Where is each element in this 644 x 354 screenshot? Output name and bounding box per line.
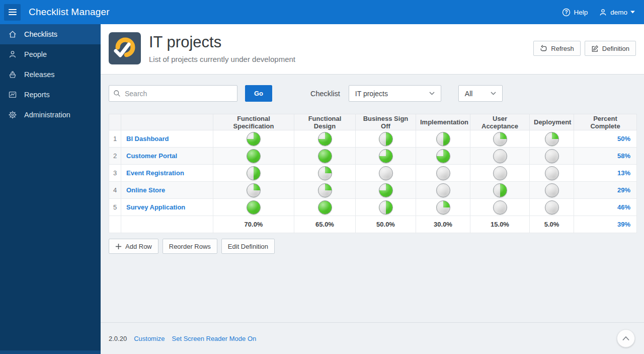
progress-pie[interactable] <box>436 149 450 163</box>
summary-value: 50.0% <box>356 216 416 233</box>
sidebar-item-releases[interactable]: Releases <box>0 64 101 85</box>
sidebar-navigation: Checklists People Releases Reports <box>0 24 101 354</box>
sidebar-item-reports[interactable]: Reports <box>0 85 101 105</box>
gear-icon <box>8 110 17 119</box>
progress-pie[interactable] <box>493 149 507 163</box>
column-header-functional-specification[interactable]: Functional Specification <box>213 114 294 130</box>
edit-icon <box>591 45 599 52</box>
row-number: 5 <box>109 199 121 216</box>
progress-pie[interactable] <box>436 132 450 146</box>
progress-pie[interactable] <box>379 200 393 215</box>
progress-pie[interactable] <box>247 200 261 215</box>
project-link[interactable]: Customer Portal <box>126 152 177 160</box>
table-row: 1 BI Dashboard 50% <box>109 130 637 148</box>
add-row-label: Add Row <box>125 243 152 250</box>
sidebar-item-label: Checklists <box>24 30 57 38</box>
progress-pie[interactable] <box>545 132 559 146</box>
project-link[interactable]: BI Dashboard <box>126 135 169 143</box>
percent-complete-link[interactable]: 13% <box>617 169 630 177</box>
sidebar-item-label: Administration <box>24 111 70 119</box>
sidebar-item-checklists[interactable]: Checklists <box>0 24 101 44</box>
progress-pie[interactable] <box>379 183 393 197</box>
refresh-icon <box>540 45 547 52</box>
project-link[interactable]: Online Store <box>126 186 165 194</box>
home-icon <box>8 30 17 39</box>
person-icon <box>8 50 17 59</box>
column-header-functional-design[interactable]: Functional Design <box>294 114 356 130</box>
go-button[interactable]: Go <box>245 85 272 102</box>
screen-reader-mode-link[interactable]: Set Screen Reader Mode On <box>172 335 257 342</box>
status-select-value: All <box>465 90 486 98</box>
project-link[interactable]: Survey Application <box>126 203 185 211</box>
percent-complete-link[interactable]: 29% <box>617 186 630 194</box>
definition-label: Definition <box>602 45 629 52</box>
hamburger-menu-button[interactable] <box>4 4 21 21</box>
percent-complete-link[interactable]: 50% <box>617 135 630 143</box>
percent-complete-link[interactable]: 46% <box>617 203 630 211</box>
ship-icon <box>8 70 17 79</box>
reorder-rows-label: Reorder Rows <box>169 243 211 250</box>
checkmark-badge-icon <box>109 32 141 64</box>
status-select[interactable]: All <box>458 85 503 102</box>
edit-definition-label: Edit Definition <box>228 243 268 250</box>
progress-pie[interactable] <box>493 183 507 197</box>
progress-pie[interactable] <box>318 132 332 146</box>
progress-pie[interactable] <box>493 166 507 180</box>
column-header-business-sign-off[interactable]: Business Sign Off <box>356 114 416 130</box>
customize-link[interactable]: Customize <box>134 335 165 342</box>
progress-pie[interactable] <box>247 166 261 180</box>
progress-pie[interactable] <box>379 132 393 146</box>
reorder-rows-button[interactable]: Reorder Rows <box>163 239 217 254</box>
progress-pie[interactable] <box>379 166 393 180</box>
progress-pie[interactable] <box>436 200 450 215</box>
progress-pie[interactable] <box>318 183 332 197</box>
column-header-deployment[interactable]: Deployment <box>530 114 574 130</box>
table-row: 4 Online Store 29% <box>109 182 637 199</box>
sidebar-item-administration[interactable]: Administration <box>0 105 101 125</box>
percent-complete-link[interactable]: 58% <box>617 152 630 160</box>
progress-pie[interactable] <box>318 166 332 180</box>
summary-value: 5.0% <box>530 216 574 233</box>
column-header-implementation[interactable]: Implementation <box>416 114 470 130</box>
progress-pie[interactable] <box>493 132 507 146</box>
sidebar-item-label: Releases <box>24 70 54 79</box>
refresh-button[interactable]: Refresh <box>533 41 581 56</box>
user-menu[interactable]: demo <box>599 8 635 17</box>
search-input[interactable] <box>109 85 237 102</box>
progress-pie[interactable] <box>318 149 332 163</box>
summary-value: 30.0% <box>416 216 470 233</box>
column-header-percent-complete[interactable]: Percent Complete <box>574 114 637 130</box>
progress-pie[interactable] <box>436 166 450 180</box>
progress-pie[interactable] <box>545 183 559 197</box>
person-icon <box>599 8 607 17</box>
help-menu[interactable]: ? Help <box>562 8 588 17</box>
search-icon <box>113 90 121 97</box>
progress-pie[interactable] <box>247 183 261 197</box>
row-number: 4 <box>109 182 121 199</box>
summary-row: 70.0% 65.0% 50.0% 30.0% 15.0% 5.0% 39% <box>109 216 637 233</box>
column-header-name <box>121 114 213 130</box>
definition-button[interactable]: Definition <box>585 41 636 56</box>
project-link[interactable]: Event Registration <box>126 169 184 177</box>
checklist-select[interactable]: IT projects <box>349 85 441 102</box>
table-row: 2 Customer Portal 58% <box>109 148 637 165</box>
add-row-button[interactable]: Add Row <box>109 239 158 254</box>
checklist-filter-label: Checklist <box>310 90 340 98</box>
refresh-label: Refresh <box>551 45 574 52</box>
edit-definition-button[interactable]: Edit Definition <box>221 239 275 254</box>
progress-pie[interactable] <box>247 149 261 163</box>
user-label: demo <box>610 9 627 16</box>
scroll-to-top-button[interactable] <box>617 329 635 347</box>
progress-pie[interactable] <box>436 183 450 197</box>
progress-pie[interactable] <box>247 132 261 146</box>
content-region: Go Checklist IT projects All <box>101 75 644 322</box>
progress-pie[interactable] <box>379 149 393 163</box>
column-header-user-acceptance[interactable]: User Acceptance <box>470 114 530 130</box>
progress-pie[interactable] <box>318 200 332 215</box>
progress-pie[interactable] <box>545 200 559 215</box>
progress-pie[interactable] <box>545 149 559 163</box>
progress-pie[interactable] <box>545 166 559 180</box>
chart-icon <box>8 90 17 99</box>
sidebar-item-people[interactable]: People <box>0 44 101 64</box>
progress-pie[interactable] <box>493 200 507 215</box>
